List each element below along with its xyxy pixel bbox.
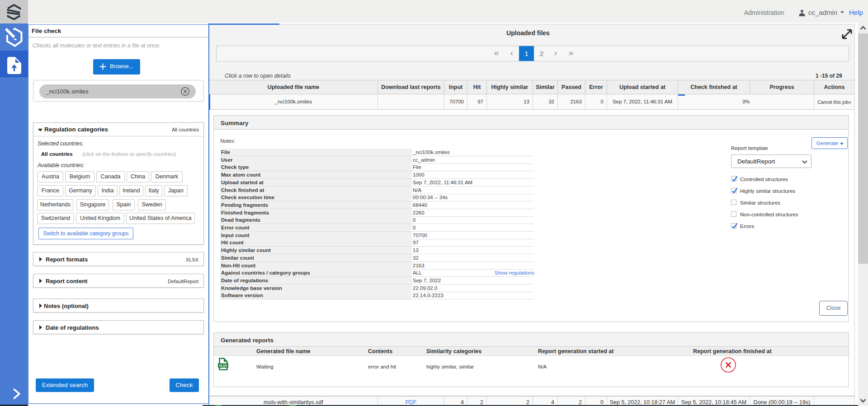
svg-text:XLSX: XLSX bbox=[219, 364, 227, 367]
